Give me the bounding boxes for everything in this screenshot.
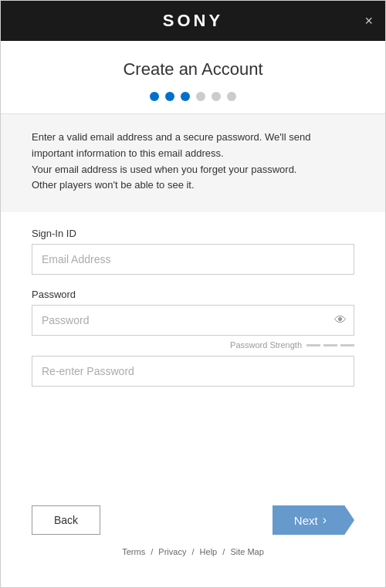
password-strength-row: Password Strength [32, 340, 354, 350]
step-dot-4 [196, 92, 205, 101]
modal-container: SONY × Create an Account Enter a valid e… [0, 0, 386, 588]
separator-3: / [222, 547, 225, 556]
separator-2: / [191, 547, 194, 556]
page-title: Create an Account [1, 59, 385, 79]
next-button-label: Next [294, 514, 318, 527]
password-label: Password [32, 289, 354, 300]
step-dot-5 [212, 92, 221, 101]
description-section: Enter a valid email address and a secure… [1, 114, 385, 212]
next-arrow-icon: › [323, 513, 327, 527]
step-dot-1 [150, 92, 159, 101]
strength-bars [306, 344, 354, 346]
password-input[interactable] [32, 305, 354, 336]
terms-link[interactable]: Terms [122, 547, 145, 556]
signin-id-label: Sign-In ID [32, 228, 354, 239]
toggle-password-icon[interactable]: 👁 [334, 313, 347, 327]
modal-content: Create an Account Enter a valid email ad… [1, 41, 385, 587]
title-section: Create an Account [1, 41, 385, 113]
password-strength-label: Password Strength [230, 340, 302, 350]
step-indicators [1, 92, 385, 101]
strength-bar-2 [323, 344, 337, 346]
strength-bar-3 [340, 344, 354, 346]
footer-links: Terms / Privacy / Help / Site Map [1, 535, 385, 572]
password-group: Password 👁 Password Strength [32, 289, 354, 387]
back-button[interactable]: Back [32, 505, 100, 535]
description-text: Enter a valid email address and a secure… [32, 130, 354, 194]
header-bar: SONY × [1, 1, 385, 41]
email-input[interactable] [32, 244, 354, 275]
sony-logo: SONY [163, 11, 223, 31]
step-dot-3 [181, 92, 190, 101]
signin-id-group: Sign-In ID [32, 228, 354, 275]
step-dot-6 [227, 92, 236, 101]
password-wrapper: 👁 [32, 305, 354, 336]
sitemap-link[interactable]: Site Map [230, 547, 263, 556]
button-row: Back Next › [1, 505, 385, 535]
step-dot-2 [165, 92, 174, 101]
strength-bar-1 [306, 344, 320, 346]
form-section: Sign-In ID Password 👁 Password Strength [1, 212, 385, 475]
separator-1: / [151, 547, 153, 556]
next-button[interactable]: Next › [273, 505, 354, 535]
close-button[interactable]: × [364, 14, 373, 28]
privacy-link[interactable]: Privacy [158, 547, 186, 556]
help-link[interactable]: Help [200, 547, 218, 556]
reenter-password-input[interactable] [32, 356, 354, 387]
